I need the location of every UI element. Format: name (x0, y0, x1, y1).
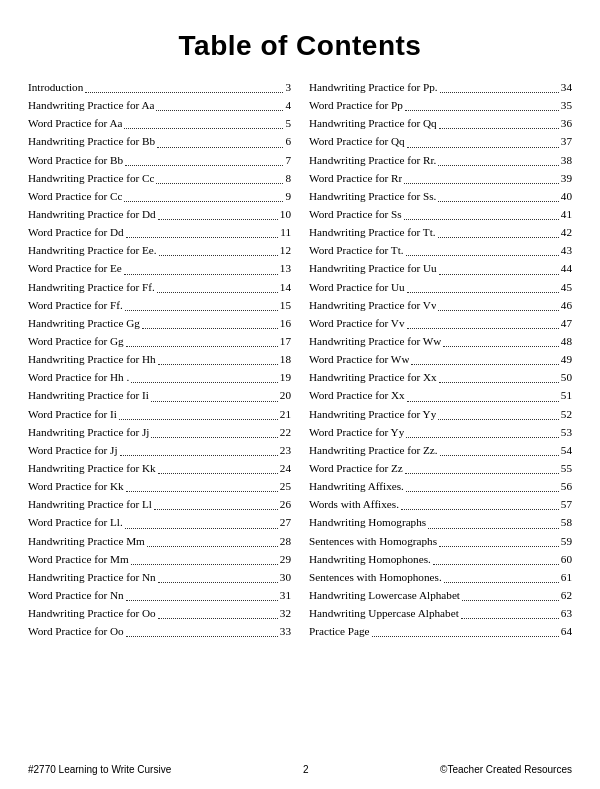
toc-dots (158, 604, 278, 619)
toc-dots (407, 386, 559, 401)
toc-dots (120, 441, 278, 456)
toc-entry-text: Handwriting Practice for Ss. (309, 187, 436, 205)
toc-entry-text: Word Practice for Ee (28, 259, 122, 277)
toc-page-number: 36 (561, 114, 572, 132)
toc-dots (124, 259, 278, 274)
toc-page-number: 11 (280, 223, 291, 241)
toc-page-number: 46 (561, 296, 572, 314)
toc-entry-text: Handwriting Practice for Uu (309, 259, 437, 277)
toc-entry-text: Handwriting Practice for Tt. (309, 223, 436, 241)
toc-page-number: 27 (280, 513, 291, 531)
toc-row: Word Practice for Tt.43 (309, 241, 572, 259)
toc-dots (401, 495, 559, 510)
toc-dots (158, 350, 278, 365)
toc-page-number: 30 (280, 568, 291, 586)
toc-entry-text: Word Practice for Qq (309, 132, 405, 150)
toc-entry-text: Handwriting Practice for Kk (28, 459, 156, 477)
toc-row: Word Practice for Aa5 (28, 114, 291, 132)
toc-dots (438, 296, 558, 311)
toc-row: Handwriting Practice for Ss.40 (309, 187, 572, 205)
toc-row: Handwriting Homophones.60 (309, 550, 572, 568)
toc-dots (438, 405, 559, 420)
toc-row: Handwriting Practice for Rr.38 (309, 151, 572, 169)
toc-row: Word Practice for Xx51 (309, 386, 572, 404)
footer-left: #2770 Learning to Write Cursive (28, 764, 171, 775)
toc-page-number: 21 (280, 405, 291, 423)
toc-row: Word Practice for Ii21 (28, 405, 291, 423)
toc-entry-text: Handwriting Practice for Xx (309, 368, 437, 386)
toc-row: Word Practice for Qq37 (309, 132, 572, 150)
toc-dots (125, 151, 283, 166)
toc-dots (124, 114, 283, 129)
toc-entry-text: Word Practice for Hh . (28, 368, 129, 386)
toc-row: Handwriting Uppercase Alphabet63 (309, 604, 572, 622)
toc-dots (126, 477, 278, 492)
toc-entry-text: Word Practice for Jj (28, 441, 118, 459)
toc-dots (151, 423, 277, 438)
toc-page-number: 43 (561, 241, 572, 259)
footer: #2770 Learning to Write Cursive 2 ©Teach… (0, 764, 600, 775)
toc-row: Handwriting Practice for Qq36 (309, 114, 572, 132)
toc-page-number: 13 (280, 259, 291, 277)
toc-page-number: 56 (561, 477, 572, 495)
toc-dots (411, 350, 558, 365)
toc-row: Handwriting Practice for Ll26 (28, 495, 291, 513)
toc-entry-text: Word Practice for Ii (28, 405, 117, 423)
toc-row: Word Practice for Vv47 (309, 314, 572, 332)
toc-page-number: 54 (561, 441, 572, 459)
toc-row: Handwriting Practice for Hh18 (28, 350, 291, 368)
toc-entry-text: Handwriting Practice for Yy (309, 405, 436, 423)
toc-row: Practice Page64 (309, 622, 572, 640)
toc-row: Handwriting Practice for Nn30 (28, 568, 291, 586)
toc-page-number: 63 (561, 604, 572, 622)
toc-page-number: 35 (561, 96, 572, 114)
toc-row: Word Practice for Bb7 (28, 151, 291, 169)
toc-entry-text: Handwriting Practice for Pp. (309, 78, 438, 96)
toc-page-number: 38 (561, 151, 572, 169)
toc-entry-text: Sentences with Homographs (309, 532, 437, 550)
toc-row: Word Practice for Zz55 (309, 459, 572, 477)
toc-row: Word Practice for Uu45 (309, 278, 572, 296)
toc-page-number: 12 (280, 241, 291, 259)
toc-entry-text: Handwriting Practice for Ee. (28, 241, 157, 259)
toc-entry-text: Word Practice for Rr (309, 169, 402, 187)
toc-row: Handwriting Practice for Ee.12 (28, 241, 291, 259)
toc-entry-text: Word Practice for Dd (28, 223, 124, 241)
toc-dots (407, 132, 559, 147)
toc-entry-text: Handwriting Practice for Bb (28, 132, 155, 150)
toc-dots (125, 296, 278, 311)
toc-page-number: 28 (280, 532, 291, 550)
toc-entry-text: Word Practice for Bb (28, 151, 123, 169)
toc-entry-text: Word Practice for Ww (309, 350, 409, 368)
toc-entry-text: Word Practice for Mm (28, 550, 129, 568)
toc-dots (404, 205, 559, 220)
toc-page-number: 26 (280, 495, 291, 513)
toc-row: Word Practice for Ww49 (309, 350, 572, 368)
toc-page-number: 10 (280, 205, 291, 223)
toc-row: Word Practice for Dd11 (28, 223, 291, 241)
toc-entry-text: Word Practice for Vv (309, 314, 405, 332)
toc-entry-text: Introduction (28, 78, 83, 96)
toc-entry-text: Word Practice for Ff. (28, 296, 123, 314)
toc-page-number: 58 (561, 513, 572, 531)
toc-page-number: 59 (561, 532, 572, 550)
toc-entry-text: Handwriting Affixes. (309, 477, 404, 495)
toc-page-number: 60 (561, 550, 572, 568)
toc-dots (406, 477, 559, 492)
toc-entry-text: Word Practice for Zz (309, 459, 403, 477)
toc-dots (462, 586, 559, 601)
toc-row: Handwriting Practice for Yy52 (309, 405, 572, 423)
toc-entry-text: Word Practice for Uu (309, 278, 405, 296)
toc-row: Sentences with Homophones.61 (309, 568, 572, 586)
toc-entry-text: Word Practice for Kk (28, 477, 124, 495)
toc-page-number: 9 (285, 187, 291, 205)
toc-row: Handwriting Homographs58 (309, 513, 572, 531)
toc-page-number: 22 (280, 423, 291, 441)
toc-row: Handwriting Practice for Vv46 (309, 296, 572, 314)
toc-right-column: Handwriting Practice for Pp.34Word Pract… (309, 78, 572, 640)
toc-row: Word Practice for Ll.27 (28, 513, 291, 531)
toc-dots (158, 205, 278, 220)
toc-dots (126, 622, 278, 637)
toc-entry-text: Handwriting Practice for Rr. (309, 151, 436, 169)
toc-row: Word Practice for Ff.15 (28, 296, 291, 314)
